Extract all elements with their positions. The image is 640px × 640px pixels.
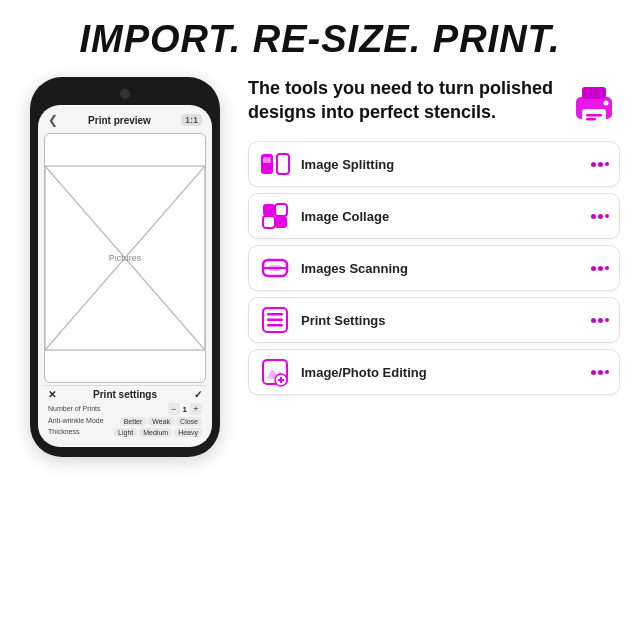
svg-point-8 [604, 101, 609, 106]
dot3 [605, 266, 609, 270]
wrinkle-close-btn[interactable]: Close [176, 417, 202, 426]
thickness-light-btn[interactable]: Light [114, 428, 137, 437]
dot1 [591, 318, 596, 323]
photo-editing-icon [259, 356, 291, 388]
phone-screen: ❮ Print preview 1:1 Pictures ✕ [38, 105, 212, 447]
dot3 [605, 162, 609, 166]
dot2 [598, 162, 603, 167]
dot2 [598, 266, 603, 271]
phone-prints-counter[interactable]: − 1 + [168, 403, 202, 415]
feature-item-images-scanning[interactable]: Images Scanning [248, 245, 620, 291]
phone-device: ❮ Print preview 1:1 Pictures ✕ [30, 77, 220, 457]
phone-back-icon[interactable]: ❮ [48, 113, 58, 127]
dot2 [598, 214, 603, 219]
phone-notch [95, 87, 155, 101]
phone-topbar-btn[interactable]: 1:1 [181, 114, 202, 126]
dot3 [605, 318, 609, 322]
phone-mockup: ❮ Print preview 1:1 Pictures ✕ [20, 77, 230, 630]
feature-dots-settings [591, 318, 609, 323]
phone-prints-label: Number of Prints [48, 405, 108, 413]
prints-minus-btn[interactable]: − [168, 403, 180, 415]
wrinkle-weak-btn[interactable]: Weak [148, 417, 174, 426]
svg-rect-14 [275, 204, 287, 216]
dot3 [605, 370, 609, 374]
wrinkle-better-btn[interactable]: Better [120, 417, 147, 426]
prints-value: 1 [183, 405, 187, 414]
feature-list: Image Splitting Image Colla [248, 141, 620, 395]
dot1 [591, 370, 596, 375]
feature-label-images-scanning: Images Scanning [301, 261, 581, 276]
feature-dots-splitting [591, 162, 609, 167]
images-scanning-icon [259, 252, 291, 284]
svg-rect-10 [277, 154, 289, 174]
thickness-heavy-btn[interactable]: Heavy [174, 428, 202, 437]
phone-settings-bar: ✕ Print settings ✓ Number of Prints − 1 … [44, 385, 206, 441]
svg-rect-20 [267, 313, 283, 316]
phone-settings-check[interactable]: ✓ [194, 389, 202, 400]
svg-rect-13 [275, 216, 287, 228]
feature-dots-scanning [591, 266, 609, 271]
prints-plus-btn[interactable]: + [190, 403, 202, 415]
feature-label-image-collage: Image Collage [301, 209, 581, 224]
tagline-section: The tools you need to turn polished desi… [248, 77, 620, 131]
feature-dots-collage [591, 214, 609, 219]
image-splitting-icon [259, 148, 291, 180]
phone-thickness-controls: Light Medium Heavy [114, 428, 202, 437]
feature-label-image-splitting: Image Splitting [301, 157, 581, 172]
svg-rect-4 [582, 87, 606, 99]
header: IMPORT. RE-SIZE. PRINT. [20, 18, 620, 61]
phone-topbar-title: Print preview [88, 115, 151, 126]
svg-rect-21 [267, 319, 283, 322]
print-settings-icon [259, 304, 291, 336]
main-content: ❮ Print preview 1:1 Pictures ✕ [20, 77, 620, 630]
svg-rect-15 [263, 216, 275, 228]
phone-thickness-label: Thickness [48, 428, 108, 436]
phone-settings-x[interactable]: ✕ [48, 389, 56, 400]
phone-settings-row-prints: Number of Prints − 1 + [48, 403, 202, 415]
svg-rect-12 [263, 204, 275, 216]
svg-rect-6 [586, 114, 602, 117]
phone-image-area: Pictures [44, 133, 206, 383]
phone-image-label: Pictures [109, 253, 142, 263]
thickness-medium-btn[interactable]: Medium [139, 428, 172, 437]
phone-wrinkle-controls: Better Weak Close [120, 417, 202, 426]
dot2 [598, 318, 603, 323]
feature-label-photo-editing: Image/Photo Editing [301, 365, 581, 380]
right-panel: The tools you need to turn polished desi… [248, 77, 620, 630]
printer-icon [568, 79, 620, 131]
phone-wrinkle-label: Anti-wrinkle Mode [48, 417, 108, 425]
feature-dots-editing [591, 370, 609, 375]
feature-item-print-settings[interactable]: Print Settings [248, 297, 620, 343]
dot2 [598, 370, 603, 375]
image-collage-icon [259, 200, 291, 232]
phone-settings-label: Print settings [93, 389, 157, 400]
dot1 [591, 162, 596, 167]
dot1 [591, 266, 596, 271]
dot3 [605, 214, 609, 218]
feature-item-image-splitting[interactable]: Image Splitting [248, 141, 620, 187]
main-title: IMPORT. RE-SIZE. PRINT. [20, 18, 620, 61]
feature-item-photo-editing[interactable]: Image/Photo Editing [248, 349, 620, 395]
phone-topbar: ❮ Print preview 1:1 [44, 111, 206, 131]
feature-label-print-settings: Print Settings [301, 313, 581, 328]
svg-rect-11 [263, 157, 271, 163]
phone-settings-row-thickness: Thickness Light Medium Heavy [48, 428, 202, 437]
phone-settings-row-wrinkle: Anti-wrinkle Mode Better Weak Close [48, 417, 202, 426]
phone-settings-title: ✕ Print settings ✓ [48, 389, 202, 400]
svg-rect-22 [267, 324, 283, 327]
feature-item-image-collage[interactable]: Image Collage [248, 193, 620, 239]
dot1 [591, 214, 596, 219]
tagline-text: The tools you need to turn polished desi… [248, 77, 568, 125]
svg-rect-7 [586, 118, 596, 121]
